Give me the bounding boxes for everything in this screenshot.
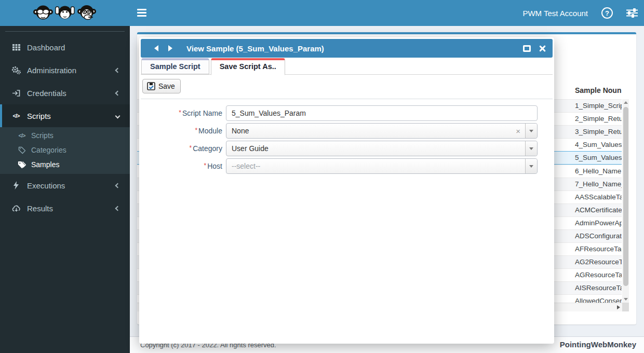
category-label: *Category	[141, 144, 222, 153]
dialog-title: View Sample (5_Sum_Values_Param)	[186, 44, 324, 53]
sidebar-item-dashboard[interactable]: Dashboard	[0, 36, 130, 59]
form-row-host: *Host --select--	[141, 158, 553, 174]
chevron-left-icon	[115, 206, 120, 211]
scrollbar-corner	[622, 303, 629, 311]
brand-logo[interactable]	[0, 0, 130, 26]
form-row-module: *Module None ×	[141, 123, 553, 139]
chevron-left-icon	[115, 183, 120, 188]
close-icon[interactable]	[539, 45, 546, 52]
sample-noun-cell: AdminPowerAp	[575, 219, 622, 227]
category-select[interactable]: User Guide	[226, 141, 538, 156]
sidebar-item-label: Credentials	[27, 89, 66, 98]
sidebar-subitem-label: Scripts	[31, 131, 53, 140]
sample-noun-cell: 5_Sum_Values_	[575, 154, 622, 161]
dialog-toolbar: Save	[142, 79, 181, 93]
monkey-see-no-evil-icon	[33, 3, 53, 23]
save-button-label: Save	[158, 82, 175, 90]
host-select[interactable]: --select--	[226, 158, 538, 174]
sample-noun-cell: AFResourceTag	[575, 245, 622, 253]
settings-sliders-icon[interactable]	[626, 8, 638, 18]
required-asterisk: *	[190, 144, 192, 152]
prev-sample-icon[interactable]	[154, 45, 158, 51]
host-select-placeholder: --select--	[232, 162, 260, 170]
vertical-scrollbar[interactable]	[622, 99, 629, 303]
code-icon: </>	[18, 132, 26, 139]
sidebar-item-executions[interactable]: Executions	[0, 174, 130, 197]
required-asterisk: *	[195, 127, 197, 134]
clear-selection-icon[interactable]: ×	[516, 127, 520, 135]
help-icon[interactable]: ?	[601, 7, 613, 19]
maximize-icon[interactable]	[523, 45, 531, 52]
tags-icon	[18, 161, 26, 169]
app-root: PWM Test Account ? Dashboard	[0, 0, 644, 353]
sample-noun-cell: 6_Hello_Name	[575, 167, 621, 175]
chevron-down-icon	[115, 113, 120, 118]
sidebar-item-credentials[interactable]: Credentials	[0, 82, 130, 104]
bolt-icon	[11, 181, 21, 189]
scripts-submenu: </> Scripts Categories	[0, 127, 130, 174]
toolbar-divider	[141, 99, 553, 99]
sidebar-item-results[interactable]: Results	[0, 197, 130, 220]
sample-noun-cell: 3_Simple_Retur	[575, 128, 622, 135]
monkey-hands-up-icon	[55, 3, 75, 23]
scroll-right-icon[interactable]	[617, 305, 620, 309]
form-row-category: *Category User Guide	[141, 141, 553, 156]
sidebar-subitem-samples[interactable]: Samples	[0, 157, 130, 172]
sidebar-item-label: Results	[27, 204, 53, 213]
grid-icon	[11, 44, 21, 51]
sample-noun-cell: 7_Hello_Name_	[575, 180, 622, 188]
scroll-up-icon[interactable]	[624, 101, 628, 104]
dialog-tabs: Sample Script Save Script As..	[141, 58, 553, 75]
save-button[interactable]: Save	[142, 79, 181, 93]
sidebar-subitem-label: Categories	[31, 146, 66, 154]
caret-down-icon	[529, 147, 533, 150]
module-select-value: None	[232, 127, 249, 135]
sample-noun-cell: ADSConfigurati	[575, 232, 622, 240]
sign-in-icon	[11, 89, 21, 97]
scroll-down-icon[interactable]	[624, 298, 628, 301]
account-menu[interactable]: PWM Test Account	[522, 9, 588, 18]
sample-noun-cell: AGResourceTag	[575, 271, 622, 279]
sidebar-item-label: Executions	[27, 181, 65, 190]
dropdown-arrow-button[interactable]	[525, 141, 537, 156]
monkey-pointing-icon	[76, 3, 97, 23]
sidebar-item-label: Dashboard	[27, 43, 65, 52]
dialog-titlebar: View Sample (5_Sum_Values_Param)	[141, 39, 553, 58]
tab-save-script-as[interactable]: Save Script As..	[211, 58, 285, 75]
caret-down-icon	[529, 165, 533, 168]
script-name-input[interactable]	[226, 105, 538, 121]
sidebar-subitem-scripts[interactable]: </> Scripts	[0, 128, 130, 143]
save-script-form: *Script Name *Module None × *Category	[141, 105, 553, 176]
sidebar-divider	[5, 31, 125, 32]
module-select[interactable]: None ×	[226, 123, 538, 139]
module-label: *Module	[141, 127, 222, 135]
dropdown-arrow-button[interactable]	[525, 159, 537, 173]
sample-noun-cell: 4_Sum_Values	[575, 141, 622, 148]
sidebar-item-scripts[interactable]: </> Scripts	[0, 104, 130, 127]
required-asterisk: *	[179, 109, 181, 116]
code-icon: </>	[11, 113, 21, 119]
sample-noun-cell: AISResourceTag	[575, 284, 622, 292]
sidebar-item-label: Scripts	[27, 112, 51, 120]
sidebar-toggle-icon[interactable]	[137, 9, 146, 17]
dropdown-arrow-button[interactable]	[525, 124, 537, 138]
floppy-disk-icon	[147, 82, 155, 90]
footer-brand: PointingWebMonkey	[560, 340, 636, 349]
sidebar-item-label: Administration	[27, 66, 76, 75]
form-row-script-name: *Script Name	[141, 105, 553, 121]
view-sample-dialog: View Sample (5_Sum_Values_Param) Sample …	[139, 37, 554, 344]
host-label: *Host	[141, 162, 222, 170]
sidebar: Dashboard Administration Cred	[0, 26, 130, 353]
top-navbar: PWM Test Account ?	[130, 0, 644, 26]
caret-down-icon	[529, 130, 533, 132]
chevron-left-icon	[115, 90, 120, 96]
chevron-left-icon	[115, 67, 120, 73]
sidebar-item-administration[interactable]: Administration	[0, 59, 130, 82]
sidebar-subitem-categories[interactable]: Categories	[0, 143, 130, 157]
sample-noun-cell: AASScalableTar	[575, 193, 622, 201]
cogs-icon	[11, 66, 21, 74]
vertical-scroll-thumb[interactable]	[623, 107, 628, 286]
next-sample-icon[interactable]	[168, 45, 172, 51]
tab-sample-script[interactable]: Sample Script	[141, 58, 209, 74]
sample-noun-cell: 1_Simple_Scrip	[575, 102, 622, 110]
